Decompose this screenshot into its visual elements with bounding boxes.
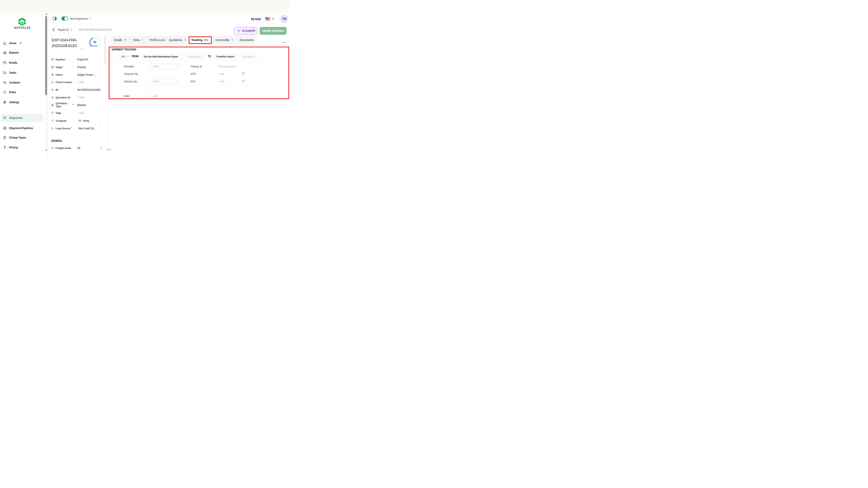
svg-text:$: $ (4, 137, 5, 138)
svg-text:$: $ (4, 146, 6, 149)
svg-text:Score: Score (92, 44, 98, 47)
svg-text:39: 39 (93, 40, 96, 43)
